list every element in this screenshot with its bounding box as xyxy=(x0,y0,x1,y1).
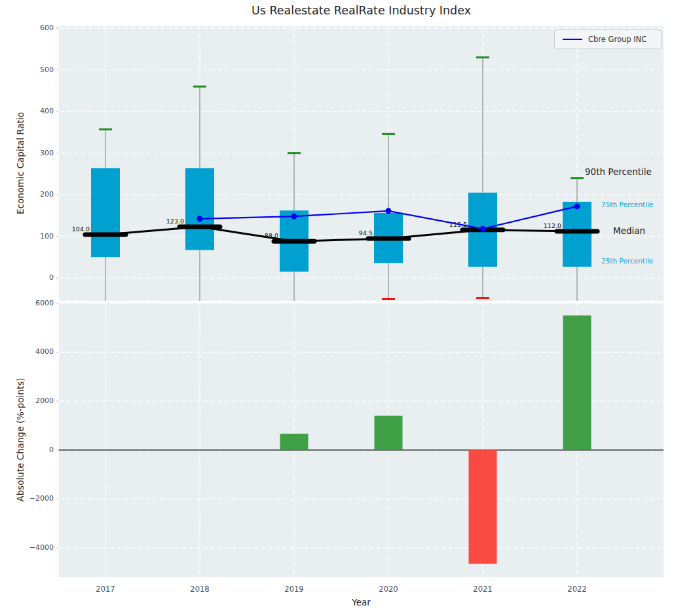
y-tick-label: −4000 xyxy=(29,543,54,552)
bar-2019 xyxy=(280,434,309,450)
y-tick-label: 300 xyxy=(40,149,54,157)
x-axis-label: Year xyxy=(59,597,664,607)
y-tick-label: 600 xyxy=(40,24,54,32)
legend: Cbre Group INC xyxy=(554,29,662,49)
top-y-axis-label: Economic Capital Ratio xyxy=(15,112,26,214)
chart-canvas: 60050040030020010006000400020000−2000−40… xyxy=(0,0,674,616)
company-dot-2019 xyxy=(291,214,297,220)
bottom-y-axis-label: Absolute Change (%-points) xyxy=(15,378,26,502)
x-tick-label: 2018 xyxy=(190,585,209,594)
annotation-25th-percentile: 25th Percentile xyxy=(601,257,653,265)
median-value-label: 123.0 xyxy=(166,218,184,225)
annotation-90th-percentile: 90th Percentile xyxy=(585,166,652,177)
x-tick-label: 2020 xyxy=(379,585,398,594)
y-tick-label: 100 xyxy=(40,232,54,241)
box-2022 xyxy=(563,202,591,267)
y-tick-label: 400 xyxy=(40,107,54,115)
bar-2020 xyxy=(375,416,403,450)
company-dot-2021 xyxy=(480,226,486,232)
box-2017 xyxy=(91,168,120,257)
company-dot-2022 xyxy=(574,203,580,209)
y-tick-label: 4000 xyxy=(35,347,54,356)
figure: Us Realestate RealRate Industry Index Ec… xyxy=(0,0,674,616)
median-value-label: 94.5 xyxy=(359,229,373,237)
bar-2021 xyxy=(469,450,497,564)
median-value-label: 112.0 xyxy=(544,222,561,229)
x-tick-label: 2021 xyxy=(473,585,492,594)
chart-title: Us Realestate RealRate Industry Index xyxy=(59,4,664,17)
median-value-label: 88.0 xyxy=(265,232,278,239)
y-tick-label: 2000 xyxy=(35,396,54,405)
y-tick-label: 6000 xyxy=(35,299,54,307)
y-tick-label: 0 xyxy=(49,446,54,454)
x-tick-label: 2022 xyxy=(567,585,586,594)
legend-line-sample xyxy=(563,38,582,41)
y-tick-label: 200 xyxy=(40,190,54,199)
box-2018 xyxy=(185,168,214,250)
y-tick-label: 500 xyxy=(40,66,54,74)
x-tick-label: 2017 xyxy=(96,585,115,594)
bar-2022 xyxy=(563,315,591,450)
company-dot-2018 xyxy=(197,216,203,221)
y-tick-label: −2000 xyxy=(29,494,54,503)
median-value-label: 104.0 xyxy=(72,225,90,233)
legend-label: Cbre Group INC xyxy=(588,35,646,44)
company-dot-2020 xyxy=(386,208,392,214)
annotation-75th-percentile: 75th Percentile xyxy=(601,201,653,208)
annotation-median: Median xyxy=(613,225,645,236)
x-tick-label: 2019 xyxy=(284,585,303,594)
y-tick-label: 0 xyxy=(49,273,54,282)
